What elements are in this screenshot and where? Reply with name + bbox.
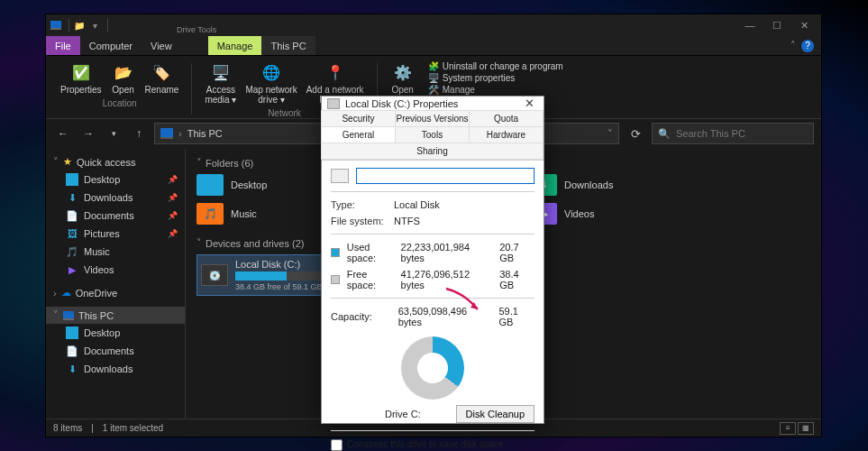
status-selected: 1 item selected [103, 423, 163, 433]
minimize-button[interactable]: — [736, 14, 763, 36]
tab-quota[interactable]: Quota [469, 110, 544, 127]
access-media-button[interactable]: 🖥️Accessmedia ▾ [201, 60, 240, 106]
sidebar-pictures[interactable]: 🖼Pictures📌 [46, 225, 185, 243]
sidebar-desktop[interactable]: Desktop📌 [46, 170, 185, 189]
sidebar-quick-access[interactable]: ˅★Quick access [46, 153, 185, 170]
history-button[interactable]: ▾ [104, 124, 123, 143]
dialog-tabs: Security Previous Versions Quota General… [322, 111, 544, 161]
tab-general[interactable]: General [321, 126, 396, 143]
disk-cleanup-button[interactable]: Disk Cleanup [456, 405, 535, 423]
ribbon-collapse-icon[interactable]: ˄ [790, 40, 796, 51]
rename-button[interactable]: 🏷️Rename [142, 60, 183, 97]
type-value: Local Disk [394, 199, 440, 210]
sidebar: ˅★Quick access Desktop📌 ⬇Downloads📌 📄Doc… [46, 148, 186, 419]
search-input[interactable]: 🔍 Search This PC [652, 123, 814, 144]
free-bytes: 41,276,096,512 bytes [401, 269, 493, 290]
cap-bytes: 63,509,098,496 bytes [398, 306, 492, 327]
refresh-button[interactable]: ⟳ [625, 123, 646, 144]
view-icons-button[interactable]: ▦ [798, 422, 814, 435]
tab-previous-versions[interactable]: Previous Versions [395, 110, 470, 127]
sysprops-link[interactable]: 🖥️System properties [428, 73, 563, 83]
maximize-button[interactable]: ☐ [763, 14, 790, 36]
sidebar-videos[interactable]: ▶Videos [46, 261, 185, 279]
tab-computer[interactable]: Computer [80, 36, 142, 55]
sidebar-downloads[interactable]: ⬇Downloads📌 [46, 189, 185, 207]
status-items: 8 items [53, 423, 82, 433]
drive-icon: 💽 [201, 264, 228, 286]
tab-sharing[interactable]: Sharing [321, 143, 544, 160]
drivetools-label: Drive Tools [177, 25, 216, 34]
map-drive-button[interactable]: 🌐Map networkdrive ▾ [242, 60, 300, 106]
properties-button[interactable]: ✅Properties [57, 60, 105, 97]
used-color-icon [331, 248, 340, 257]
volume-label-input[interactable] [356, 168, 535, 184]
usage-donut [401, 336, 464, 400]
search-icon: 🔍 [658, 128, 671, 140]
free-gb: 38.4 GB [499, 269, 535, 290]
folder-icon[interactable]: 📁 [73, 19, 86, 32]
type-label: Type: [331, 199, 387, 210]
cap-label: Capacity: [331, 311, 391, 322]
folder-desktop[interactable]: Desktop [196, 174, 332, 196]
tab-manage[interactable]: Manage [208, 36, 262, 55]
sidebar-onedrive[interactable]: ›☁OneDrive [46, 284, 185, 301]
menubar: File Computer View Manage This PC Drive … [46, 36, 821, 56]
search-placeholder: Search This PC [676, 128, 745, 139]
back-button[interactable]: ← [53, 124, 73, 143]
tab-hardware[interactable]: Hardware [469, 126, 544, 143]
manage-link[interactable]: 🛠️Manage [428, 85, 563, 95]
sidebar-documents[interactable]: 📄Documents📌 [46, 207, 185, 225]
folder-downloads[interactable]: ⬇Downloads [530, 174, 665, 196]
tab-thispc[interactable]: This PC [261, 36, 315, 55]
dialog-close-button[interactable]: ✕ [521, 97, 538, 110]
open-button[interactable]: 📂Open [107, 60, 140, 97]
address-dropdown-icon[interactable]: ˅ [608, 128, 613, 140]
folder-music[interactable]: 🎵Music [196, 203, 332, 225]
folder-videos[interactable]: ▶Videos [530, 203, 665, 225]
cap-gb: 59.1 GB [498, 306, 535, 327]
tab-security[interactable]: Security [321, 110, 396, 127]
free-color-icon [331, 275, 340, 284]
fs-value: NTFS [394, 216, 420, 226]
dialog-titlebar: Local Disk (C:) Properties ✕ [322, 97, 544, 111]
free-label: Free space: [347, 269, 394, 290]
titlebar: 📁 ▾ — ☐ ✕ [46, 14, 821, 36]
sidebar-pc-desktop[interactable]: Desktop [46, 324, 185, 342]
sidebar-music[interactable]: 🎵Music [46, 243, 185, 261]
used-bytes: 22,233,001,984 bytes [401, 242, 493, 263]
address-text: This PC [187, 128, 223, 139]
compress-checkbox[interactable]: Compress this drive to save disk space [331, 438, 535, 451]
tab-view[interactable]: View [142, 36, 181, 55]
drive-label: Drive C: [385, 409, 421, 419]
group-network-label: Network [268, 108, 301, 118]
sidebar-pc-documents[interactable]: 📄Documents [46, 342, 185, 360]
used-label: Used space: [347, 242, 394, 263]
caret-icon[interactable]: ▾ [88, 19, 101, 32]
drive-large-icon [331, 169, 349, 183]
close-button[interactable]: ✕ [790, 14, 818, 36]
sidebar-thispc[interactable]: ˅This PC [46, 307, 185, 324]
used-gb: 20.7 GB [499, 242, 535, 263]
pc-icon [50, 19, 62, 32]
fs-label: File system: [331, 216, 387, 226]
tab-file[interactable]: File [46, 36, 80, 55]
forward-button[interactable]: → [78, 124, 98, 143]
pc-icon [160, 128, 173, 139]
sidebar-pc-downloads[interactable]: ⬇Downloads [46, 360, 185, 378]
group-location-label: Location [103, 98, 137, 108]
drive-icon [327, 98, 340, 109]
properties-dialog: Local Disk (C:) Properties ✕ Security Pr… [321, 96, 544, 424]
dialog-title: Local Disk (C:) Properties [345, 98, 458, 109]
help-icon[interactable]: ? [801, 40, 814, 52]
uninstall-link[interactable]: 🧩Uninstall or change a program [428, 61, 563, 71]
up-button[interactable]: ↑ [129, 124, 149, 143]
view-details-button[interactable]: ≡ [780, 422, 796, 435]
tab-tools[interactable]: Tools [395, 126, 470, 143]
